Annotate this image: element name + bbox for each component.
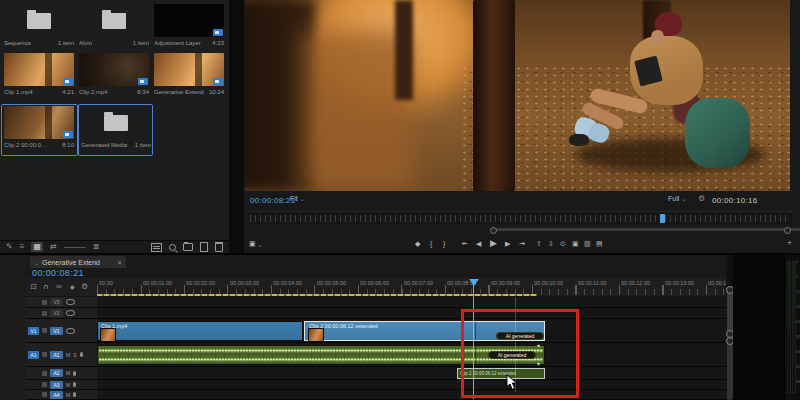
new-bin-icon[interactable] — [183, 243, 193, 251]
source-patch[interactable]: V1 — [28, 327, 39, 335]
track-chip[interactable]: V2 — [50, 309, 63, 317]
project-item-generated-media[interactable]: Generated Media1 item — [79, 106, 153, 148]
new-item-icon[interactable] — [200, 242, 208, 252]
project-item-clip2[interactable]: Clip 2.mp48:34 — [77, 53, 151, 95]
track-lane-v3[interactable] — [97, 297, 726, 308]
lock-icon[interactable] — [42, 311, 47, 316]
track-header-a2[interactable]: A2 M — [26, 367, 97, 380]
track-lane-v2[interactable] — [97, 308, 726, 319]
step-forward-button[interactable]: ▶ — [505, 240, 510, 247]
track-header-a3[interactable]: A3 M — [26, 380, 97, 390]
eye-icon[interactable] — [66, 310, 75, 316]
project-item-clip1[interactable]: Clip 1.mp44:21 — [2, 53, 76, 95]
zoom-handle-right[interactable] — [784, 227, 791, 234]
microphone-icon[interactable] — [73, 392, 76, 397]
play-button[interactable]: ▶ — [490, 239, 497, 248]
mark-out-button[interactable]: } — [443, 240, 445, 247]
project-item-alvin[interactable]: Alvin1 item — [77, 4, 151, 46]
search-icon[interactable] — [169, 244, 176, 251]
track-lane-a4[interactable] — [97, 390, 726, 400]
resolution-dropdown[interactable]: Full⌄ — [668, 195, 686, 202]
zoom-slider[interactable] — [64, 247, 86, 248]
button-editor-plus[interactable]: + — [787, 239, 792, 248]
scrubber-playhead[interactable] — [660, 214, 665, 223]
solo-button[interactable]: S — [73, 352, 76, 358]
mute-button[interactable]: M — [66, 392, 70, 398]
track-lane-a3[interactable] — [97, 380, 726, 390]
mute-button[interactable]: M — [66, 382, 70, 388]
lock-icon[interactable] — [42, 328, 47, 333]
multicam-button[interactable]: ▤ — [596, 240, 603, 247]
step-back-button[interactable]: ◀ — [476, 240, 481, 247]
adjustment-layer-thumbnail — [154, 4, 224, 37]
monitor-zoom-scrollbar[interactable] — [494, 228, 800, 231]
track-chip[interactable]: A1 — [50, 351, 63, 359]
clip-badge-icon — [138, 78, 148, 85]
zoom-handle-left[interactable] — [490, 227, 497, 234]
go-to-out-button[interactable]: ⇥ — [519, 240, 525, 247]
project-item-adjustment-layer[interactable]: Adjustment Layer4:23 — [152, 4, 226, 46]
track-chip[interactable]: V3 — [50, 298, 63, 306]
lock-icon[interactable] — [42, 371, 47, 376]
item-meta: 10:24 — [209, 89, 224, 95]
mute-button[interactable]: M — [66, 352, 70, 358]
track-header-a1[interactable]: A1 A1 M S — [26, 343, 97, 367]
track-chip[interactable]: A4 — [50, 391, 63, 399]
eye-icon[interactable] — [66, 328, 75, 334]
microphone-icon[interactable] — [73, 382, 76, 387]
lock-icon[interactable] — [42, 352, 47, 357]
project-writable-icon[interactable]: ✎ — [6, 243, 13, 251]
shuffle-icon[interactable]: ⇄ — [50, 243, 57, 251]
trash-icon[interactable] — [215, 243, 223, 252]
project-item-clip2-extended[interactable]: Clip 2 00:00:06:12 extend...8:10 — [2, 106, 76, 148]
source-patch[interactable]: A1 — [28, 351, 39, 359]
automate-to-sequence-icon[interactable] — [151, 243, 162, 252]
monitor-current-timecode[interactable]: 00:00:08:21 — [250, 196, 296, 205]
add-marker-button[interactable]: ◆ — [415, 240, 420, 247]
export-frame-button[interactable]: ▣ — [572, 240, 579, 247]
mute-button[interactable]: M — [66, 370, 70, 376]
track-chip[interactable]: A2 — [50, 369, 63, 377]
overlay-settings-button[interactable]: ▣⌄ — [249, 240, 263, 248]
track-header-v2[interactable]: V2 — [26, 308, 97, 319]
meter-scale-label: 0 — [796, 260, 798, 264]
track-chip[interactable]: V1 — [50, 327, 63, 335]
timeline-timecode[interactable]: 00:00:08:21 — [32, 268, 84, 278]
lock-icon[interactable] — [42, 382, 47, 387]
microphone-icon[interactable] — [80, 352, 83, 357]
add-marker-icon[interactable]: ◆ — [70, 284, 75, 290]
project-item-generative-extend[interactable]: Generative Extend10:24 — [152, 53, 226, 95]
sort-icon[interactable]: ≣ — [93, 243, 100, 251]
microphone-icon[interactable] — [73, 371, 76, 376]
track-header-a4[interactable]: A4 M — [26, 390, 97, 400]
lift-button[interactable]: ⇧ — [536, 240, 542, 247]
list-view-icon[interactable]: ≡ — [20, 243, 25, 251]
loop-button[interactable]: ⊙ — [560, 240, 566, 247]
icon-view-icon[interactable]: ▦ — [31, 242, 43, 252]
eye-icon[interactable] — [66, 299, 75, 305]
lock-icon[interactable] — [42, 300, 47, 305]
comparison-view-button[interactable]: ▥ — [584, 240, 591, 247]
sequence-tab[interactable]: ⌄ Generative Extend ✕ — [30, 256, 126, 268]
timeline-clip-1[interactable]: Clip 1.mp4 — [97, 321, 303, 341]
extract-button[interactable]: ⇩ — [548, 240, 554, 247]
nest-toggle-icon[interactable]: ⊡ — [30, 283, 37, 291]
go-to-in-button[interactable]: ⇤ — [462, 240, 468, 247]
panel-divider[interactable] — [229, 0, 244, 253]
track-header-v3[interactable]: V3 — [26, 297, 97, 308]
monitor-settings-wrench-icon[interactable]: ⚙ — [698, 195, 705, 203]
timeline-settings-wrench-icon[interactable]: ⚙ — [81, 283, 88, 291]
lock-icon[interactable] — [42, 392, 47, 397]
project-item-sequence[interactable]: Sequence1 item — [2, 4, 76, 46]
close-icon[interactable]: ✕ — [117, 259, 122, 266]
mark-in-button[interactable]: { — [430, 240, 432, 247]
fit-dropdown[interactable]: Fit⌄ — [290, 195, 305, 202]
track-lane-a2[interactable] — [97, 367, 726, 380]
playhead-marker[interactable] — [469, 279, 479, 286]
track-chip[interactable]: A3 — [50, 381, 63, 389]
program-monitor-video[interactable] — [245, 0, 790, 191]
linked-selection-icon[interactable]: ∞ — [56, 283, 62, 291]
monitor-scrubber[interactable] — [248, 211, 792, 224]
track-header-v1[interactable]: V1 V1 — [26, 319, 97, 343]
snap-magnet-icon[interactable]: ∩ — [43, 283, 49, 291]
